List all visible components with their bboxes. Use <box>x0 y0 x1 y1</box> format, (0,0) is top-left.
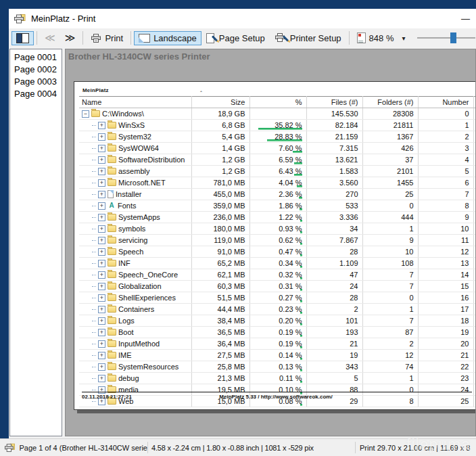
chevron-down-icon[interactable]: ▾ <box>402 35 405 42</box>
percent-cell: 0.19 % <box>249 327 306 338</box>
percent-bar <box>297 185 302 187</box>
expand-toggle-icon: + <box>98 179 105 187</box>
percent-bar <box>300 277 302 279</box>
folder-icon <box>108 260 116 267</box>
folder-name: debug <box>118 374 139 382</box>
folder-icon <box>108 179 116 186</box>
clipped-cell: C <box>473 131 476 143</box>
slider-track[interactable] <box>417 37 475 39</box>
clipped-cell: C <box>473 327 476 338</box>
folders-cell: 0 <box>362 200 418 212</box>
folders-cell: 444 <box>362 212 418 223</box>
column-header: Folders (#) <box>362 97 418 108</box>
number-cell: 18 <box>418 315 473 327</box>
expand-toggle-icon: + <box>98 248 105 256</box>
status-cursor-coords: 4.58 x -2.24 cm | 1.80 x -0.88 inch | 10… <box>148 444 355 452</box>
size-cell: 1,2 GB <box>191 166 249 177</box>
toolbar-separator <box>37 31 37 45</box>
clipped-cell: C <box>473 281 476 292</box>
number-cell: 6 <box>418 177 473 189</box>
size-cell: 1,4 GB <box>191 143 249 154</box>
clipped-cell: C <box>473 108 476 120</box>
number-cell: 10 <box>418 223 473 235</box>
table-row: +servicing119,0 MB0.62 %7.867911C <box>79 235 476 246</box>
percent-bar <box>299 197 302 199</box>
folder-icon <box>108 168 116 175</box>
column-header: Number <box>418 97 473 108</box>
files-cell: 24 <box>306 281 362 292</box>
page-list[interactable]: Page 0001Page 0002Page 0003Page 0004 <box>9 49 62 436</box>
number-cell: 5 <box>418 166 473 177</box>
percent-bar <box>258 128 302 130</box>
percent-bar <box>267 139 302 141</box>
size-cell: 25,8 MB <box>191 361 249 373</box>
sidebar-page-item[interactable]: Page 0002 <box>10 64 62 76</box>
status-print-size: Print 29.70 x 21.00 cm | 11.69 x 8 <box>356 444 476 452</box>
sidebar-page-item[interactable]: Page 0001 <box>10 51 62 64</box>
expand-toggle-icon: + <box>98 329 105 336</box>
toolbar-separator <box>349 31 350 45</box>
size-cell: 359,0 MB <box>191 200 249 212</box>
table-row: +symbols180,0 MB0.93 %34110C <box>79 223 476 235</box>
table-row: +Boot36,5 MB0.19 %1938719C <box>79 327 476 338</box>
percent-cell: 0.27 % <box>249 292 306 304</box>
files-cell: 34 <box>306 223 362 235</box>
next-page-button[interactable]: ≫ <box>60 30 80 45</box>
clipped-cell: C <box>473 315 476 327</box>
number-cell: 16 <box>418 292 473 304</box>
tree-connector <box>92 183 96 183</box>
printer-icon <box>91 34 101 43</box>
window-title: MeinPlatz - Print <box>31 14 95 24</box>
main-area: Page 0001Page 0002Page 0003Page 0004 Bro… <box>9 47 476 438</box>
percent-cell: 6.59 % <box>249 154 306 166</box>
folders-cell: 87 <box>362 327 418 338</box>
printer-setup-button[interactable]: Printer Setup <box>270 31 346 45</box>
percent-bar <box>300 208 302 210</box>
folders-cell: 1 <box>362 304 418 315</box>
expand-toggle-icon: + <box>98 294 105 302</box>
slider-thumb[interactable] <box>450 32 456 43</box>
zoom-level-control[interactable]: 848 % ▾ <box>352 30 410 45</box>
table-row: +Logs38,4 MB0.20 %101718C <box>79 315 476 327</box>
number-cell: 23 <box>418 373 473 384</box>
status-page-info: Page 1 of 4 (Brother HL-3140CW serie <box>19 444 147 452</box>
tree-connector <box>92 252 96 252</box>
page-setup-label: Page Setup <box>219 33 265 43</box>
tree-connector <box>92 355 96 356</box>
minimize-button[interactable]: — <box>461 14 476 24</box>
column-header: Files (#) <box>306 97 362 108</box>
table-row: +INF65,2 MB0.34 %1.10910813C <box>79 258 476 269</box>
folder-name: assembly <box>118 167 149 175</box>
toggle-sidebar-button[interactable] <box>11 31 34 45</box>
zoom-slider[interactable] <box>417 32 475 44</box>
tree-connector <box>92 206 96 206</box>
table-row: +AFonts359,0 MB1.86 %53308C <box>79 200 476 212</box>
clipped-cell: C <box>473 350 476 361</box>
folder-name: SysWOW64 <box>118 144 159 152</box>
number-cell: 8 <box>418 200 473 212</box>
clipped-cell: C <box>473 235 476 246</box>
table-row: +InputMethod36,4 MB0.19 %21220C <box>79 338 476 350</box>
files-cell: 21 <box>306 338 362 350</box>
files-cell: 2 <box>306 304 362 315</box>
landscape-page-icon <box>139 34 150 43</box>
landscape-button[interactable]: Landscape <box>134 31 201 45</box>
preview-page: MeinPlatz ˆ NameSize%Files (#)Folders (#… <box>74 81 476 410</box>
files-cell: 3.560 <box>306 177 362 189</box>
print-button[interactable]: Print <box>86 31 128 45</box>
folder-icon <box>108 237 116 244</box>
files-cell: 343 <box>306 361 362 373</box>
files-cell: 193 <box>306 327 362 338</box>
number-cell: 21 <box>418 350 473 361</box>
sidebar-page-item[interactable]: Page 0003 <box>10 76 62 88</box>
folders-cell: 12 <box>362 350 418 361</box>
folder-name: Globalization <box>118 282 162 290</box>
page-setup-button[interactable]: Page Setup <box>201 31 270 45</box>
size-cell: 38,4 MB <box>191 315 249 327</box>
number-cell: 11 <box>418 235 473 246</box>
sidebar-page-item[interactable]: Page 0004 <box>10 88 62 100</box>
column-header: Name <box>79 97 191 108</box>
expand-toggle-icon: + <box>98 317 105 325</box>
previous-page-button[interactable]: ≪ <box>40 30 60 45</box>
percent-bar <box>300 254 302 256</box>
